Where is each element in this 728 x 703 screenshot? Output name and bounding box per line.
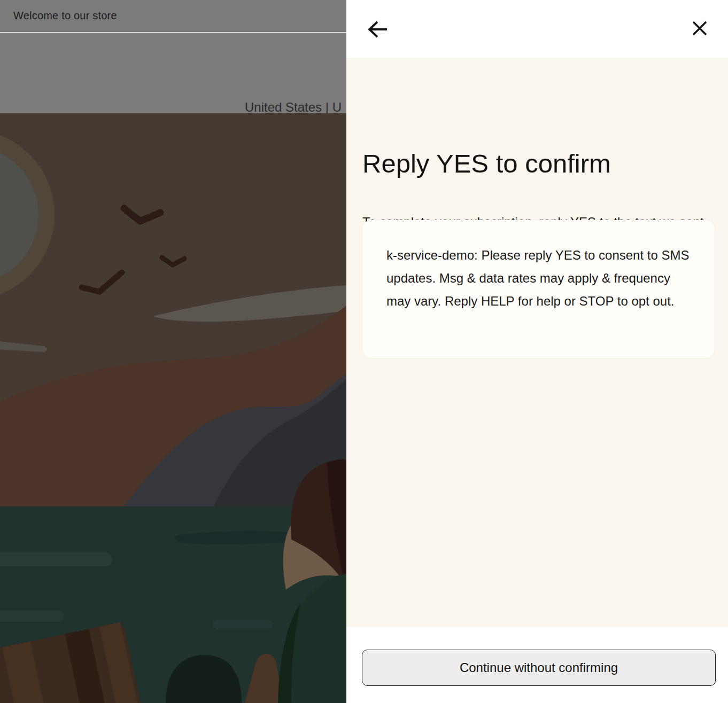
hero-illustration [0,113,346,703]
sms-message-text: k-service-demo: Please reply YES to cons… [386,244,691,313]
back-arrow-icon [367,33,389,41]
hero-section: ur latest products Shop all [0,113,346,703]
modal-body: Reply YES to confirm To complete your su… [346,58,728,627]
locale-selector[interactable]: United States | U [245,100,342,115]
subscription-modal: Reply YES to confirm To complete your su… [346,0,728,703]
announcement-bar: Welcome to our store [0,0,346,32]
store-header: United States | U [0,33,346,113]
modal-footer: Continue without confirming [346,627,728,703]
announcement-text: Welcome to our store [13,10,117,22]
modal-header [346,0,728,58]
continue-without-confirming-button[interactable]: Continue without confirming [362,650,716,686]
store-page: Welcome to our store United States | U [0,0,346,703]
close-button[interactable] [688,17,711,41]
close-icon [691,31,709,39]
modal-title: Reply YES to confirm [362,149,611,178]
back-button[interactable] [365,17,391,43]
screen: Welcome to our store United States | U [0,0,728,703]
sms-message-card: k-service-demo: Please reply YES to cons… [362,220,715,358]
